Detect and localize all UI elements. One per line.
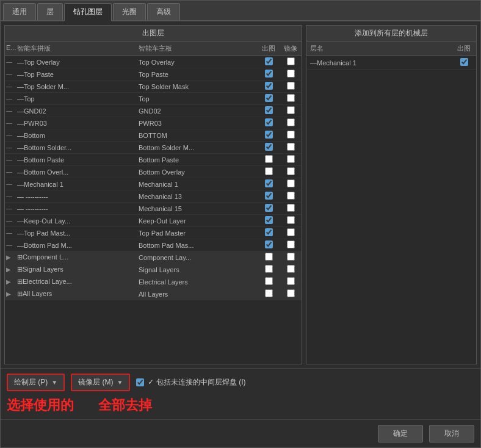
tab-drill[interactable]: 钻孔图层 xyxy=(64,3,112,21)
row-smart-car: ⊞Component L... xyxy=(15,253,136,261)
row-print-checkbox[interactable] xyxy=(265,82,273,90)
layer-row: — —Bottom BOTTOM xyxy=(5,129,302,142)
row-mirror-checkbox[interactable] xyxy=(287,216,295,224)
row-smart-car: ⊞Electrical Laye... xyxy=(15,278,136,286)
row-print-checkbox-cell xyxy=(258,204,280,214)
right-row-print-checkbox[interactable] xyxy=(460,58,468,66)
row-e: — xyxy=(5,156,15,163)
row-smart-main: Mechanical 15 xyxy=(136,205,258,212)
right-col-print-header: 出图 xyxy=(452,43,476,54)
row-print-checkbox[interactable] xyxy=(265,289,273,297)
row-print-checkbox[interactable] xyxy=(265,106,273,114)
row-mirror-checkbox[interactable] xyxy=(287,253,295,261)
row-mirror-checkbox[interactable] xyxy=(287,167,295,175)
row-mirror-checkbox[interactable] xyxy=(287,70,295,78)
layer-row: — —Keep-Out Lay... Keep-Out Layer xyxy=(5,215,302,227)
layer-row: — —Top Paste Top Paste xyxy=(5,68,302,81)
layer-row: — —Bottom Paste Bottom Paste xyxy=(5,154,302,166)
mirror-layer-arrow-icon: ▼ xyxy=(117,379,123,386)
row-mirror-checkbox[interactable] xyxy=(287,179,295,187)
row-smart-car: —Top Pad Mast... xyxy=(15,229,136,237)
row-smart-main: Bottom Pad Mas... xyxy=(136,242,258,249)
row-e: ▶ xyxy=(5,278,15,285)
row-mirror-checkbox[interactable] xyxy=(287,131,295,139)
row-print-checkbox[interactable] xyxy=(265,57,273,65)
row-mirror-checkbox[interactable] xyxy=(287,155,295,163)
row-print-checkbox[interactable] xyxy=(265,192,273,200)
right-col-name-header: 层名 xyxy=(306,43,452,54)
row-mirror-checkbox[interactable] xyxy=(287,240,295,248)
row-mirror-checkbox[interactable] xyxy=(287,228,295,236)
col-mirror-header: 镜像 xyxy=(280,43,302,54)
row-print-checkbox[interactable] xyxy=(265,131,273,139)
include-checkbox-row: ✓ 包括未连接的中间层焊盘 (I) xyxy=(136,377,245,388)
row-smart-main: Component Lay... xyxy=(136,254,258,261)
row-mirror-checkbox-cell xyxy=(280,57,302,67)
layer-row: — —Bottom Solder... Bottom Solder M... xyxy=(5,142,302,154)
row-print-checkbox-cell xyxy=(258,289,280,299)
row-print-checkbox[interactable] xyxy=(265,228,273,236)
row-smart-car: —Bottom Solder... xyxy=(15,144,136,151)
row-mirror-checkbox[interactable] xyxy=(287,57,295,65)
left-panel: 出图层 E... 智能车拼版 智能车主板 出图 镜像 — —Top Overla… xyxy=(4,25,302,364)
row-mirror-checkbox-cell xyxy=(280,131,302,140)
action-buttons: 确定 取消 xyxy=(1,419,480,447)
row-mirror-checkbox-cell xyxy=(280,94,302,104)
row-smart-car: —Top Solder M... xyxy=(15,83,136,90)
row-print-checkbox[interactable] xyxy=(265,265,273,273)
layer-row: — —Top Overlay Top Overlay xyxy=(5,56,302,68)
row-print-checkbox-cell xyxy=(258,131,280,140)
row-smart-main: Bottom Overlay xyxy=(136,168,258,176)
row-mirror-checkbox[interactable] xyxy=(287,94,295,102)
row-mirror-checkbox[interactable] xyxy=(287,118,295,126)
row-e: ▶ xyxy=(5,254,15,261)
col-e-header: E... xyxy=(5,43,15,54)
row-print-checkbox[interactable] xyxy=(265,94,273,102)
row-print-checkbox-cell xyxy=(258,70,280,79)
row-print-checkbox-cell xyxy=(258,82,280,92)
row-print-checkbox[interactable] xyxy=(265,155,273,163)
row-print-checkbox-cell xyxy=(258,57,280,67)
row-smart-main: Mechanical 1 xyxy=(136,181,258,188)
row-print-checkbox[interactable] xyxy=(265,143,273,151)
row-print-checkbox[interactable] xyxy=(265,167,273,175)
row-print-checkbox[interactable] xyxy=(265,70,273,78)
row-print-checkbox[interactable] xyxy=(265,216,273,224)
tab-aperture[interactable]: 光圈 xyxy=(113,3,146,20)
row-mirror-checkbox[interactable] xyxy=(287,204,295,212)
row-mirror-checkbox[interactable] xyxy=(287,265,295,273)
row-print-checkbox[interactable] xyxy=(265,240,273,248)
row-print-checkbox-cell xyxy=(258,216,280,226)
include-unconnected-checkbox[interactable] xyxy=(136,378,144,386)
row-mirror-checkbox[interactable] xyxy=(287,106,295,114)
row-print-checkbox[interactable] xyxy=(265,118,273,126)
row-mirror-checkbox[interactable] xyxy=(287,143,295,151)
row-smart-car: — ---------- xyxy=(15,205,136,212)
tab-layers[interactable]: 层 xyxy=(37,3,63,20)
row-mirror-checkbox[interactable] xyxy=(287,192,295,200)
bottom-section: 绘制层 (P) ▼ 镜像层 (M) ▼ ✓ 包括未连接的中间层焊盘 (I) 选择… xyxy=(1,368,480,419)
row-print-checkbox[interactable] xyxy=(265,204,273,212)
cancel-button[interactable]: 取消 xyxy=(429,425,474,443)
row-e: — xyxy=(5,71,15,78)
row-print-checkbox-cell xyxy=(258,94,280,104)
annotation-text2: 全部去掉 xyxy=(98,396,152,414)
row-mirror-checkbox-cell xyxy=(280,228,302,238)
tab-general[interactable]: 通用 xyxy=(3,3,36,20)
draw-layer-dropdown[interactable]: 绘制层 (P) ▼ xyxy=(7,374,65,391)
tab-advanced[interactable]: 高级 xyxy=(147,3,180,20)
row-smart-car: ⊞Signal Layers xyxy=(15,266,136,273)
ok-button[interactable]: 确定 xyxy=(378,425,423,443)
row-mirror-checkbox-cell xyxy=(280,155,302,165)
row-e: — xyxy=(5,242,15,248)
row-mirror-checkbox[interactable] xyxy=(287,289,295,297)
row-print-checkbox[interactable] xyxy=(265,253,273,261)
row-smart-main: GND02 xyxy=(136,107,258,115)
row-mirror-checkbox[interactable] xyxy=(287,277,295,285)
row-print-checkbox[interactable] xyxy=(265,179,273,187)
mirror-layer-dropdown[interactable]: 镜像层 (M) ▼ xyxy=(71,374,130,391)
row-print-checkbox[interactable] xyxy=(265,277,273,285)
main-content: 出图层 E... 智能车拼版 智能车主板 出图 镜像 — —Top Overla… xyxy=(1,21,480,368)
row-print-checkbox-cell xyxy=(258,277,280,287)
row-mirror-checkbox[interactable] xyxy=(287,82,295,90)
